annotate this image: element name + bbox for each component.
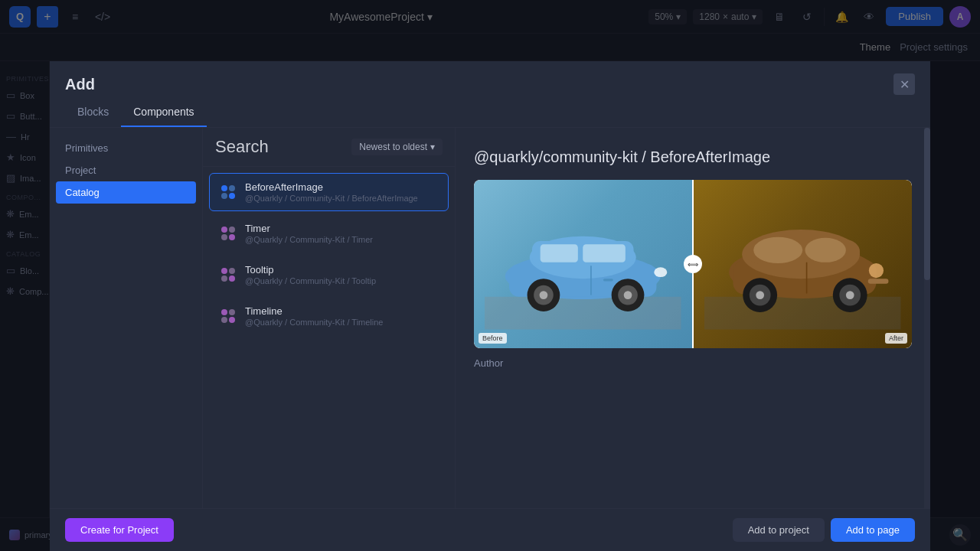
svg-point-10	[229, 268, 235, 274]
svg-point-9	[229, 276, 235, 282]
after-label: After	[885, 333, 907, 344]
tab-blocks[interactable]: Blocks	[65, 101, 121, 127]
footer-right: Add to project Add to page	[733, 518, 915, 542]
component-info-timer: Timer @Quarkly / Community-Kit / Timer	[245, 223, 439, 244]
svg-point-3	[221, 193, 227, 199]
component-info-beforeafterimage: BeforeAfterImage @Quarkly / Community-Ki…	[245, 181, 439, 203]
search-area: Search Newest to oldest ▾	[203, 128, 455, 167]
svg-point-28	[624, 291, 632, 299]
detail-title: @quarkly/community-kit / BeforeAfterImag…	[474, 146, 912, 168]
component-info-timeline: Timeline @Quarkly / Community-Kit / Time…	[245, 305, 439, 327]
left-panel-primitives[interactable]: Primitives	[50, 137, 202, 159]
tab-components[interactable]: Components	[121, 101, 206, 127]
svg-point-11	[221, 276, 227, 282]
component-icon-beforeafterimage	[219, 183, 237, 201]
detail-panel: @quarkly/community-kit / BeforeAfterImag…	[456, 128, 930, 508]
add-to-project-button[interactable]: Add to project	[733, 518, 825, 542]
modal-title: Add	[65, 76, 95, 93]
component-icon-timer	[219, 224, 237, 243]
left-panel-catalog[interactable]: Catalog	[56, 181, 196, 204]
svg-point-12	[221, 309, 227, 315]
svg-point-14	[229, 309, 235, 315]
add-to-page-button[interactable]: Add to page	[831, 518, 915, 542]
left-panel: Primitives Project Catalog	[50, 128, 203, 508]
create-for-project-button[interactable]: Create for Project	[65, 518, 174, 542]
svg-point-1	[229, 193, 235, 199]
right-scrollbar[interactable]	[924, 128, 930, 508]
component-path-beforeafterimage: @Quarkly / Community-Kit / BeforeAfterIm…	[245, 194, 439, 203]
svg-point-13	[229, 317, 235, 323]
component-name-timer: Timer	[245, 223, 439, 234]
component-item-timer[interactable]: Timer @Quarkly / Community-Kit / Timer	[209, 214, 449, 253]
car-before-side: Before	[474, 180, 692, 348]
svg-point-25	[540, 291, 548, 299]
component-name-tooltip: Tooltip	[245, 264, 439, 276]
components-list: BeforeAfterImage @Quarkly / Community-Ki…	[203, 167, 455, 508]
right-panel: @quarkly/community-kit / BeforeAfterImag…	[456, 128, 930, 508]
component-path-timeline: @Quarkly / Community-Kit / Timeline	[245, 318, 439, 327]
svg-point-29	[654, 267, 667, 277]
component-item-beforeafterimage[interactable]: BeforeAfterImage @Quarkly / Community-Ki…	[209, 173, 449, 211]
component-info-tooltip: Tooltip @Quarkly / Community-Kit / Toolt…	[245, 264, 439, 285]
svg-rect-22	[583, 244, 626, 262]
svg-point-8	[221, 268, 227, 274]
left-panel-project[interactable]: Project	[50, 159, 202, 181]
component-item-timeline[interactable]: Timeline @Quarkly / Community-Kit / Time…	[209, 297, 449, 335]
scrollbar-thumb	[924, 128, 930, 280]
svg-point-4	[221, 227, 227, 233]
svg-point-15	[221, 317, 227, 323]
component-path-tooltip: @Quarkly / Community-Kit / Tooltip	[245, 276, 439, 285]
modal-tabs: Blocks Components	[50, 95, 930, 128]
car-after-side: After	[694, 180, 912, 348]
svg-point-0	[221, 185, 227, 191]
component-icon-timeline	[219, 307, 237, 325]
detail-author: Author	[474, 357, 912, 369]
modal-body: Primitives Project Catalog Search Newest…	[50, 128, 930, 508]
svg-rect-32	[704, 297, 901, 330]
before-label: Before	[479, 333, 507, 344]
svg-point-2	[229, 185, 235, 191]
svg-point-44	[846, 291, 854, 299]
middle-panel: Search Newest to oldest ▾	[203, 128, 456, 508]
svg-point-7	[221, 234, 227, 240]
modal-footer: Create for Project Add to project Add to…	[50, 508, 930, 551]
component-icon-tooltip	[219, 266, 237, 284]
detail-preview: Before ⟺	[474, 180, 912, 348]
svg-point-6	[229, 227, 235, 233]
svg-point-5	[229, 234, 235, 240]
component-name-beforeafterimage: BeforeAfterImage	[245, 181, 439, 193]
close-button[interactable]: ✕	[893, 73, 915, 95]
component-path-timer: @Quarkly / Community-Kit / Timer	[245, 235, 439, 244]
svg-rect-46	[868, 279, 889, 283]
svg-point-38	[805, 238, 846, 262]
car-image-container: Before ⟺	[474, 180, 912, 348]
svg-point-37	[753, 237, 802, 263]
before-after-divider: ⟺	[692, 180, 694, 348]
svg-rect-16	[485, 297, 681, 330]
divider-handle[interactable]: ⟺	[684, 255, 702, 273]
svg-rect-21	[541, 244, 578, 262]
svg-point-41	[756, 291, 765, 299]
svg-rect-31	[603, 279, 613, 281]
add-modal: Add ✕ Blocks Components Primitives Proje…	[50, 61, 930, 551]
sort-dropdown[interactable]: Newest to oldest ▾	[351, 139, 443, 155]
modal-header: Add ✕	[50, 61, 930, 95]
search-title: Search	[215, 137, 269, 157]
component-name-timeline: Timeline	[245, 305, 439, 317]
svg-point-45	[869, 263, 884, 278]
component-item-tooltip[interactable]: Tooltip @Quarkly / Community-Kit / Toolt…	[209, 256, 449, 294]
